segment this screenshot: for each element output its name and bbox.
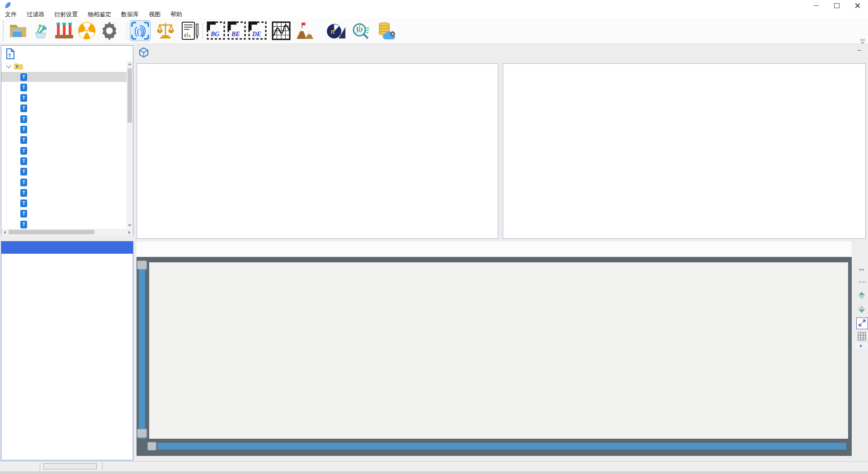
chart-tab-bar bbox=[137, 242, 852, 257]
test-tubes-icon bbox=[54, 21, 74, 41]
xrd-file-panel: T T T T T T T T T T T T T T T T bbox=[1, 45, 133, 236]
menu-item-3[interactable]: 物相鉴定 bbox=[83, 10, 116, 19]
scroll-down-arrow[interactable] bbox=[128, 224, 132, 227]
shd-file-icon: T bbox=[20, 221, 27, 228]
tree-folder-row[interactable] bbox=[1, 61, 127, 71]
file-item-5[interactable]: T bbox=[1, 125, 127, 135]
maximize-button[interactable] bbox=[826, 0, 847, 11]
quant-hexagon-icon bbox=[138, 47, 149, 60]
toolbar-separator bbox=[203, 23, 203, 39]
grid-toggle-icon[interactable] bbox=[855, 332, 868, 342]
scroll-left-arrow[interactable] bbox=[4, 231, 6, 234]
statusbar-separator bbox=[40, 463, 40, 470]
horizontal-slider-handle[interactable] bbox=[147, 442, 156, 450]
toolbar-settings-gear-button[interactable] bbox=[99, 21, 119, 41]
menu-item-5[interactable]: 视图 bbox=[144, 10, 165, 19]
toolbar-balance-scale-button[interactable] bbox=[156, 21, 175, 41]
toolbar-test-tubes-button[interactable] bbox=[54, 21, 74, 41]
toolbar-mountain-peaks-button[interactable] bbox=[295, 21, 315, 41]
fit-view-icon[interactable] bbox=[856, 318, 868, 329]
menu-item-0[interactable]: 文件 bbox=[0, 10, 22, 19]
toolbar-fingerprint-scan-button[interactable] bbox=[130, 21, 150, 41]
shd-file-icon: T bbox=[20, 84, 27, 91]
scroll-thumb[interactable] bbox=[127, 68, 132, 123]
toolbar-grid-curve-button[interactable] bbox=[271, 21, 291, 41]
shd-file-icon: T bbox=[20, 136, 27, 144]
toolbar-drag-handle[interactable] bbox=[3, 21, 4, 41]
vertical-zoom-slider[interactable] bbox=[139, 262, 145, 439]
app-window: 文件过滤器衍射设置物相鉴定数据库视图帮助 BGBEDEπ T T T T T T… bbox=[0, 0, 868, 474]
shd-file-icon: T bbox=[20, 94, 27, 102]
toolbar-radiation-source-button[interactable] bbox=[77, 21, 97, 41]
toolbar-pie-analysis-button[interactable]: π bbox=[326, 21, 346, 41]
balance-scale-icon bbox=[156, 21, 175, 41]
menu-bar: 文件过滤器衍射设置物相鉴定数据库视图帮助 bbox=[0, 11, 868, 18]
radiation-source-icon bbox=[77, 21, 97, 41]
file-tree-vertical-scrollbar[interactable] bbox=[127, 61, 133, 228]
current-document-label bbox=[858, 49, 861, 51]
de-region-label: DE bbox=[252, 31, 261, 38]
vertical-slider-handle-top[interactable] bbox=[137, 261, 147, 270]
expand-horizontal-icon[interactable]: ↔ bbox=[855, 264, 868, 273]
menu-item-1[interactable]: 过滤器 bbox=[22, 10, 49, 19]
file-item-2[interactable]: T bbox=[1, 93, 127, 103]
progress-bar bbox=[43, 463, 97, 469]
toolbar-be-region-button[interactable]: BE bbox=[227, 21, 247, 41]
open-folder-icon bbox=[8, 21, 28, 41]
toolbar-bg-region-button[interactable]: BG bbox=[206, 21, 226, 41]
diffraction-plot[interactable] bbox=[149, 262, 848, 439]
quantitative-pie-panel bbox=[137, 63, 498, 239]
fingerprint-scan-icon bbox=[130, 21, 150, 41]
menu-item-6[interactable]: 帮助 bbox=[165, 10, 187, 19]
shd-file-icon: T bbox=[20, 210, 27, 218]
shd-file-icon: T bbox=[20, 157, 27, 165]
file-item-7[interactable]: T bbox=[1, 146, 127, 156]
toolbar-database-cloud-button[interactable] bbox=[375, 21, 395, 41]
minimize-button[interactable] bbox=[806, 0, 826, 11]
scroll-thumb[interactable] bbox=[9, 230, 94, 234]
vertical-slider-handle-bottom[interactable] bbox=[137, 429, 147, 438]
file-item-0[interactable]: T bbox=[1, 72, 127, 82]
scale-up-icon[interactable] bbox=[855, 291, 868, 300]
mini-slider[interactable]: ▶ bbox=[854, 343, 868, 349]
menu-item-2[interactable]: 衍射设置 bbox=[49, 10, 83, 19]
scroll-up-arrow[interactable] bbox=[128, 63, 132, 65]
file-item-14[interactable]: T bbox=[1, 219, 127, 228]
grid-curve-icon bbox=[271, 21, 291, 41]
scale-down-icon[interactable] bbox=[855, 305, 868, 313]
file-tree-horizontal-scrollbar[interactable] bbox=[1, 229, 133, 236]
shd-file-icon: T bbox=[20, 199, 27, 207]
status-panel-title bbox=[1, 242, 133, 254]
horizontal-zoom-slider[interactable] bbox=[157, 443, 846, 450]
toolbar-overflow-button[interactable] bbox=[859, 38, 866, 44]
shd-file-icon: T bbox=[20, 179, 27, 186]
svg-text:π: π bbox=[330, 28, 335, 35]
file-item-6[interactable]: T bbox=[1, 135, 127, 145]
file-item-10[interactable]: T bbox=[1, 177, 127, 187]
file-item-8[interactable]: T bbox=[1, 156, 127, 166]
settings-gear-icon bbox=[99, 21, 119, 41]
file-item-4[interactable]: T bbox=[1, 114, 127, 124]
scroll-right-arrow[interactable] bbox=[128, 231, 131, 234]
toolbar-search-chart-button[interactable] bbox=[351, 21, 371, 41]
toolbar: BGBEDEπ bbox=[0, 18, 868, 44]
window-bottom-edge bbox=[0, 471, 868, 474]
menu-item-4[interactable]: 数据库 bbox=[116, 10, 144, 19]
toolbar-beaker-arrows-button[interactable] bbox=[31, 21, 51, 41]
pie-chart bbox=[137, 64, 499, 239]
file-item-12[interactable]: T bbox=[1, 199, 127, 209]
folder-icon bbox=[14, 62, 23, 70]
toolbar-open-folder-button[interactable] bbox=[8, 21, 28, 41]
file-item-11[interactable]: T bbox=[1, 188, 127, 198]
file-item-13[interactable]: T bbox=[1, 209, 127, 219]
file-item-9[interactable]: T bbox=[1, 167, 127, 177]
shd-file-icon: T bbox=[20, 168, 27, 175]
expander-chevron-icon[interactable] bbox=[6, 63, 11, 68]
file-item-1[interactable]: T bbox=[1, 82, 127, 92]
collapse-horizontal-icon[interactable]: →← bbox=[855, 278, 868, 284]
close-button[interactable] bbox=[847, 0, 868, 11]
toolbar-report-doc-button[interactable] bbox=[180, 21, 200, 41]
toolbar-de-region-button[interactable]: DE bbox=[248, 21, 268, 41]
file-item-3[interactable]: T bbox=[1, 104, 127, 114]
shd-file-icon: T bbox=[20, 115, 27, 123]
